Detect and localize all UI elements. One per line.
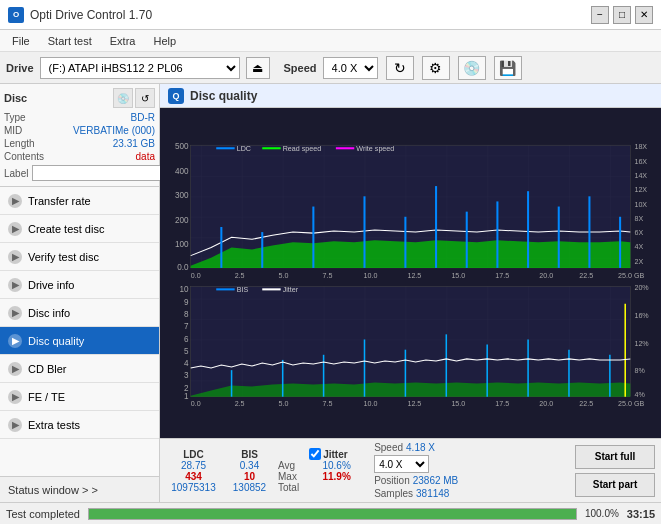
svg-text:3: 3 (184, 371, 189, 380)
sidebar-item-verify-test-disc[interactable]: ▶ Verify test disc (0, 243, 159, 271)
svg-text:300: 300 (175, 191, 189, 200)
sidebar-item-disc-quality[interactable]: ▶ Disc quality (0, 327, 159, 355)
svg-text:15.0: 15.0 (451, 400, 465, 408)
speed-row: Speed 4.18 X (374, 442, 458, 453)
refresh-button[interactable]: ↻ (386, 56, 414, 80)
svg-rect-18 (216, 147, 234, 149)
ldc-max: 434 (166, 471, 221, 482)
svg-text:4X: 4X (634, 243, 643, 251)
svg-text:8%: 8% (634, 367, 645, 375)
minimize-button[interactable]: − (591, 6, 609, 24)
sidebar-item-label: CD Bler (28, 363, 67, 375)
svg-text:16X: 16X (634, 158, 647, 166)
eject-button[interactable]: ⏏ (246, 57, 270, 79)
svg-text:10: 10 (180, 285, 190, 294)
label-input[interactable] (32, 165, 165, 181)
svg-text:LDC: LDC (237, 145, 251, 153)
sidebar-item-label: Transfer rate (28, 195, 91, 207)
disc-length-row: Length 23.31 GB (4, 138, 155, 149)
jitter-checkbox[interactable] (309, 448, 321, 460)
samples-row: Samples 381148 (374, 488, 458, 499)
app-icon: O (8, 7, 24, 23)
jitter-max: 11.9% (309, 471, 364, 482)
svg-text:20.0: 20.0 (539, 400, 553, 408)
progress-bar-container (88, 508, 577, 520)
svg-text:25.0 GB: 25.0 GB (618, 272, 644, 280)
contents-value: data (136, 151, 155, 162)
charts-area: 500 400 300 200 100 0.0 18X 16X 14X 12X … (160, 108, 661, 438)
drive-info-icon: ▶ (8, 278, 22, 292)
svg-text:14X: 14X (634, 172, 647, 180)
svg-text:10X: 10X (634, 201, 647, 209)
settings-button[interactable]: ⚙ (422, 56, 450, 80)
svg-rect-67 (262, 288, 280, 290)
fe-te-icon: ▶ (8, 390, 22, 404)
start-part-button[interactable]: Start part (575, 473, 655, 497)
svg-text:1: 1 (184, 392, 189, 401)
disc-icon-2[interactable]: ↺ (135, 88, 155, 108)
disc-type-row: Type BD-R (4, 112, 155, 123)
row-labels: Avg Max Total (278, 448, 299, 493)
disc-mid-row: MID VERBATIMe (000) (4, 125, 155, 136)
svg-text:17.5: 17.5 (495, 272, 509, 280)
position-row: Position 23862 MB (374, 475, 458, 486)
start-full-button[interactable]: Start full (575, 445, 655, 469)
menu-file[interactable]: File (4, 33, 38, 49)
sidebar-item-transfer-rate[interactable]: ▶ Transfer rate (0, 187, 159, 215)
bis-column: BIS 0.34 10 130852 (227, 449, 272, 493)
bis-header: BIS (227, 449, 272, 460)
verify-test-disc-icon: ▶ (8, 250, 22, 264)
disc-section: Disc 💿 ↺ Type BD-R MID VERBATIMe (000) L… (0, 84, 159, 187)
jitter-column: Jitter 10.6% 11.9% (309, 448, 364, 493)
disc-button[interactable]: 💿 (458, 56, 486, 80)
mid-label: MID (4, 125, 22, 136)
svg-text:25.0 GB: 25.0 GB (618, 400, 644, 408)
sidebar-item-fe-te[interactable]: ▶ FE / TE (0, 383, 159, 411)
disc-icon-1[interactable]: 💿 (113, 88, 133, 108)
sidebar-item-label: Extra tests (28, 419, 80, 431)
sidebar-item-create-test-disc[interactable]: ▶ Create test disc (0, 215, 159, 243)
avg-label: Avg (278, 460, 299, 471)
sidebar-item-drive-info[interactable]: ▶ Drive info (0, 271, 159, 299)
ldc-header: LDC (166, 449, 221, 460)
svg-text:6X: 6X (634, 229, 643, 237)
sidebar-item-label: Disc quality (28, 335, 84, 347)
status-window-button[interactable]: Status window > > (0, 476, 159, 502)
chart-icon: Q (168, 88, 184, 104)
ldc-column: LDC 28.75 434 10975313 (166, 449, 221, 493)
svg-text:5: 5 (184, 347, 189, 356)
speed-select[interactable]: 4.0 X (323, 57, 378, 79)
disc-quality-icon: ▶ (8, 334, 22, 348)
stats-bar: LDC 28.75 434 10975313 BIS 0.34 10 13085… (160, 438, 661, 502)
position-value: 23862 MB (413, 475, 459, 486)
sidebar-item-disc-info[interactable]: ▶ Disc info (0, 299, 159, 327)
svg-text:2.5: 2.5 (235, 400, 245, 408)
jitter-header: Jitter (323, 449, 347, 460)
close-button[interactable]: ✕ (635, 6, 653, 24)
svg-text:Write speed: Write speed (356, 145, 394, 153)
speed-label: Speed (284, 62, 317, 74)
sidebar-item-extra-tests[interactable]: ▶ Extra tests (0, 411, 159, 439)
maximize-button[interactable]: □ (613, 6, 631, 24)
svg-rect-65 (216, 288, 234, 290)
svg-text:400: 400 (175, 167, 189, 176)
menu-start-test[interactable]: Start test (40, 33, 100, 49)
speed-label: Speed (374, 442, 403, 453)
drive-select[interactable]: (F:) ATAPI iHBS112 2 PL06 (40, 57, 240, 79)
save-button[interactable]: 💾 (494, 56, 522, 80)
stats-row: LDC 28.75 434 10975313 BIS 0.34 10 13085… (166, 442, 655, 499)
menu-extra[interactable]: Extra (102, 33, 144, 49)
svg-text:7: 7 (184, 322, 189, 331)
ldc-avg: 28.75 (166, 460, 221, 471)
svg-rect-22 (336, 147, 354, 149)
svg-text:10.0: 10.0 (363, 272, 377, 280)
drive-label: Drive (6, 62, 34, 74)
speed-select-control[interactable]: 4.0 X (374, 455, 429, 473)
chart-title: Disc quality (190, 89, 257, 103)
menu-help[interactable]: Help (145, 33, 184, 49)
position-label: Position (374, 475, 410, 486)
sidebar-item-cd-bler[interactable]: ▶ CD Bler (0, 355, 159, 383)
bis-max: 10 (227, 471, 272, 482)
svg-text:200: 200 (175, 216, 189, 225)
bottom-statusbar: Test completed 100.0% 33:15 (0, 502, 661, 524)
